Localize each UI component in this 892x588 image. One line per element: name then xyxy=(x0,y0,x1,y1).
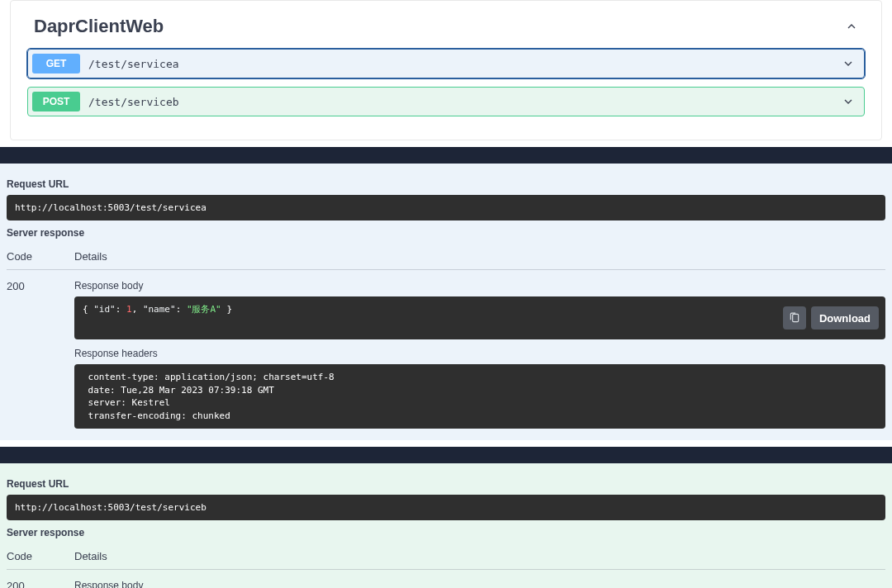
request-url-label: Request URL xyxy=(7,172,885,195)
col-header-details: Details xyxy=(74,250,885,263)
response-body-label: Response body xyxy=(74,580,885,588)
response-panel-serviceb: Request URL http://localhost:5003/test/s… xyxy=(0,463,892,588)
section-header[interactable]: DaprClientWeb xyxy=(27,9,865,49)
request-url-value: http://localhost:5003/test/servicea xyxy=(7,195,885,220)
status-code: 200 xyxy=(7,280,48,429)
server-response-label: Server response xyxy=(7,520,885,543)
operation-post-serviceb[interactable]: POST /test/serviceb xyxy=(27,87,865,116)
method-badge-post: POST xyxy=(32,92,80,111)
svg-rect-0 xyxy=(793,315,799,322)
method-badge-get: GET xyxy=(32,54,80,74)
status-code: 200 xyxy=(7,580,48,588)
divider-strip xyxy=(0,447,892,463)
request-url-value: http://localhost:5003/test/serviceb xyxy=(7,495,885,520)
json-key: "name" xyxy=(143,304,176,315)
response-headers-box: content-type: application/json; charset=… xyxy=(74,364,885,429)
json-value: "服务A" xyxy=(187,304,221,315)
request-url-label: Request URL xyxy=(7,472,885,495)
operation-path: /test/servicea xyxy=(88,58,837,70)
response-table-header: Code Details xyxy=(7,543,885,570)
chevron-up-icon xyxy=(845,20,858,33)
response-panel-servicea: Request URL http://localhost:5003/test/s… xyxy=(0,164,892,440)
col-header-code: Code xyxy=(7,550,48,562)
section-title: DaprClientWeb xyxy=(34,16,164,37)
response-row: 200 Response body { "id": 1, "name": "服务… xyxy=(7,570,885,588)
server-response-label: Server response xyxy=(7,220,885,244)
response-table-header: Code Details xyxy=(7,244,885,270)
json-key: "id" xyxy=(93,304,116,315)
divider-strip xyxy=(0,147,892,164)
copy-button[interactable] xyxy=(783,306,806,330)
col-header-code: Code xyxy=(7,250,48,263)
chevron-down-icon[interactable] xyxy=(837,57,860,70)
clipboard-icon xyxy=(789,312,800,324)
api-section: DaprClientWeb GET /test/servicea POST /t… xyxy=(10,0,882,140)
col-header-details: Details xyxy=(74,550,885,562)
response-body-box: { "id": 1, "name": "服务A" } Download xyxy=(74,296,885,339)
operation-path: /test/serviceb xyxy=(88,96,837,108)
json-value: 1 xyxy=(126,304,132,315)
response-row: 200 Response body { "id": 1, "name": "服务… xyxy=(7,270,885,429)
response-body-label: Response body xyxy=(74,280,885,296)
chevron-down-icon[interactable] xyxy=(837,95,860,108)
response-headers-label: Response headers xyxy=(74,339,885,364)
download-button[interactable]: Download xyxy=(811,306,879,330)
operation-get-servicea[interactable]: GET /test/servicea xyxy=(27,49,865,78)
